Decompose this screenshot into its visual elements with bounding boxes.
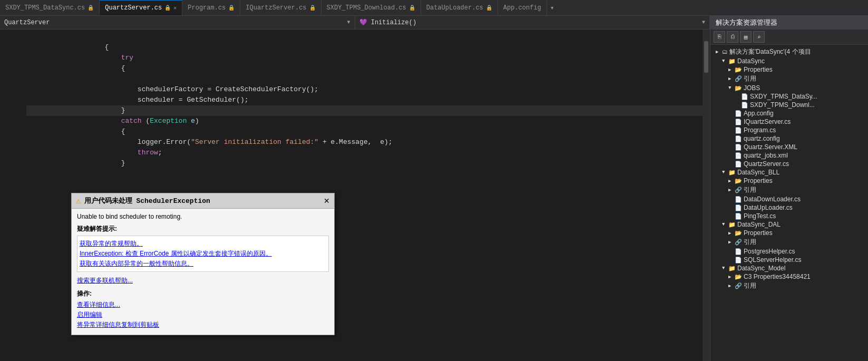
code-content[interactable]: { try { schedulerFactory = Cre [26, 30, 703, 361]
tree-label: Quartz.Server.XML [744, 143, 797, 151]
search-link[interactable]: 搜索更多联机帮助... [77, 276, 329, 285]
chevron-down-icon: ▼ [702, 19, 705, 25]
tree-item-quartzserver[interactable]: 📄 QuartzServer.cs [710, 160, 868, 168]
expand-icon: ▼ [722, 222, 728, 227]
tree-item-quartz-jobs-xml[interactable]: 📄 quartz_jobs.xml [710, 151, 868, 160]
action-link-2[interactable]: 将异常详细信息复制到剪贴板 [77, 320, 329, 329]
lock-icon: 🔒 [228, 5, 235, 11]
ref-icon: 🔗 [735, 282, 742, 289]
tree-item-solution[interactable]: ▶ 🗂 解决方案'DataSync'(4 个项目 [710, 47, 868, 57]
tree-item-jobs[interactable]: ▼ 📂 JOBS [710, 84, 868, 92]
tree-item-datasync-model[interactable]: ▼ 📁 DataSync_Model [710, 264, 868, 272]
action-link-0[interactable]: 查看详细信息... [77, 300, 329, 309]
tree-item-postgreshelper[interactable]: 📄 PostgresHelper.cs [710, 247, 868, 256]
tree-item-datauploader[interactable]: 📄 DataUpLoader.cs [710, 203, 868, 212]
tree-item-sxdy-download[interactable]: 📄 SXDY_TPMS_Downl... [710, 101, 868, 109]
file-cs-icon: 📄 [735, 213, 742, 220]
tab-datauploader[interactable]: DataUpLoader.cs 🔒 [421, 0, 498, 16]
tree-item-sxdy-datasync[interactable]: 📄 SXDY_TPMS_DataSy... [710, 92, 868, 101]
code-view: { try { schedulerFactory = Cre [0, 30, 710, 361]
file-cs-icon: 📄 [735, 161, 742, 168]
file-xml-icon: 📄 [735, 144, 742, 151]
lock-icon: 🔒 [87, 5, 94, 11]
toolbar-btn-properties[interactable]: ⎙ [727, 31, 738, 43]
tree-item-datasync-bll[interactable]: ▼ 📁 DataSync_BLL [710, 168, 868, 177]
tree-item-iquartzserver[interactable]: 📄 IQuartzServer.cs [710, 118, 868, 126]
ref-icon: 🔗 [735, 75, 742, 82]
tree-item-dal-ref[interactable]: ▶ 🔗 引用 [710, 237, 868, 247]
tree-item-pingtest[interactable]: 📄 PingTest.cs [710, 212, 868, 220]
member-dropdown[interactable]: 💜 Initialize() ▼ [355, 16, 710, 29]
tree-item-program[interactable]: 📄 Program.cs [710, 126, 868, 134]
lock-icon: 🔒 [409, 5, 415, 11]
expand-icon: ▶ [728, 178, 735, 184]
close-button[interactable]: ✕ [324, 197, 330, 205]
tree-item-bll-properties[interactable]: ▶ 📂 Properties [710, 177, 868, 185]
tree-label: DataSync_DAL [737, 221, 781, 228]
hint-link-0[interactable]: 获取异常的常规帮助。 [80, 239, 326, 248]
tab-overflow-button[interactable]: ▾ [547, 4, 558, 12]
tab-sxdy-download[interactable]: SXDY_TPMS_Download.cs 🔒 [321, 0, 421, 16]
file-cs-icon: 📄 [741, 93, 748, 100]
code-line: { [26, 32, 703, 42]
toolbar-btn-copy[interactable]: ⎘ [714, 31, 725, 43]
file-xml-icon: 📄 [735, 152, 742, 159]
action-link-1[interactable]: 启用编辑 [77, 310, 329, 319]
expand-icon: ▼ [722, 58, 728, 64]
code-line: logger.Error("Server initialization fail… [26, 126, 703, 137]
hints-box[interactable]: 获取异常的常规帮助。 InnerException: 检查 ErrorCode … [77, 236, 329, 272]
tree-item-dal-properties[interactable]: ▶ 📂 Properties [710, 229, 868, 237]
file-cfg-icon: 📄 [735, 135, 742, 142]
actions-title: 操作: [77, 289, 329, 298]
tree-item-model-ref[interactable]: ▶ 🔗 引用 [710, 281, 868, 291]
expand-icon: ▼ [722, 266, 728, 271]
tree-label: PostgresHelper.cs [744, 248, 795, 255]
toolbar-btn-show-all[interactable]: ▤ [740, 31, 752, 43]
tree-label: DataUpLoader.cs [744, 204, 793, 211]
tree-label: SQLServerHelper.cs [744, 256, 801, 264]
ref-icon: 🔗 [735, 187, 742, 193]
tree-item-datasync[interactable]: ▼ 📁 DataSync [710, 57, 868, 65]
file-cs-icon: 📄 [735, 204, 742, 211]
tab-label: Program.cs [188, 4, 226, 12]
file-cfg-icon: 📄 [735, 110, 742, 117]
tab-iquartzserver[interactable]: IQuartzServer.cs 🔒 [240, 0, 321, 16]
tab-quartzserver[interactable]: QuartzServer.cs 🔒 ✕ [100, 0, 182, 16]
exception-popup: ⚠ 用户代码未处理 SchedulerException ✕ Unable to… [71, 193, 335, 335]
expand-icon [728, 111, 735, 116]
vertical-scrollbar[interactable] [703, 30, 710, 361]
toolbar-btn-search[interactable]: ⌕ [753, 31, 765, 43]
expand-icon: ▶ [728, 230, 735, 236]
expand-icon: ▶ [728, 76, 735, 82]
tree-item-bll-ref[interactable]: ▶ 🔗 引用 [710, 185, 868, 195]
expand-icon: ▶ [728, 239, 735, 245]
tree-label: IQuartzServer.cs [744, 118, 791, 125]
tree-item-datasync-dal[interactable]: ▼ 📁 DataSync_DAL [710, 220, 868, 229]
hint-link-2[interactable]: 获取有关该内部异常的一般性帮助信息。 [80, 259, 326, 268]
tree-item-model-properties[interactable]: ▶ 📂 C3 Properties34458421 [710, 272, 868, 281]
expand-icon [728, 128, 735, 133]
project-icon: 📁 [728, 265, 736, 272]
solution-explorer-toolbar: ⎘ ⎙ ▤ ⌕ [710, 30, 868, 45]
close-icon[interactable]: ✕ [173, 5, 177, 11]
tree-item-ref[interactable]: ▶ 🔗 引用 [710, 74, 868, 84]
tree-item-quartz-server-xml[interactable]: 📄 Quartz.Server.XML [710, 143, 868, 151]
scrollbar-thumb[interactable] [704, 41, 708, 73]
namespace-dropdown[interactable]: QuartzServer ▼ [0, 16, 355, 29]
tab-program[interactable]: Program.cs 🔒 [182, 0, 240, 16]
tree-label: quartz_jobs.xml [744, 152, 788, 159]
tree-item-datadownloader[interactable]: 📄 DataDownLoader.cs [710, 195, 868, 203]
tab-appconfig[interactable]: App.config [498, 0, 547, 16]
tree-item-sqlserverhelper[interactable]: 📄 SQLServerHelper.cs [710, 256, 868, 264]
tree-label: 引用 [744, 74, 756, 83]
tree-item-quartz-config[interactable]: 📄 quartz.config [710, 134, 868, 143]
tab-label: QuartzServer.cs [105, 4, 162, 12]
file-cs-icon: 📄 [735, 196, 742, 203]
hints-title: 疑难解答提示: [77, 225, 329, 233]
tree-label: quartz.config [744, 135, 780, 142]
tab-sxdy-datasync[interactable]: SXDY_TPMS_DataSync.cs 🔒 [0, 0, 100, 16]
tree-item-properties[interactable]: ▶ 📂 Properties [710, 65, 868, 74]
tree-item-appconfig[interactable]: 📄 App.config [710, 109, 868, 118]
expand-icon [728, 119, 735, 124]
hint-link-1[interactable]: InnerException: 检查 ErrorCode 属性以确定发生套接字错… [80, 249, 326, 258]
